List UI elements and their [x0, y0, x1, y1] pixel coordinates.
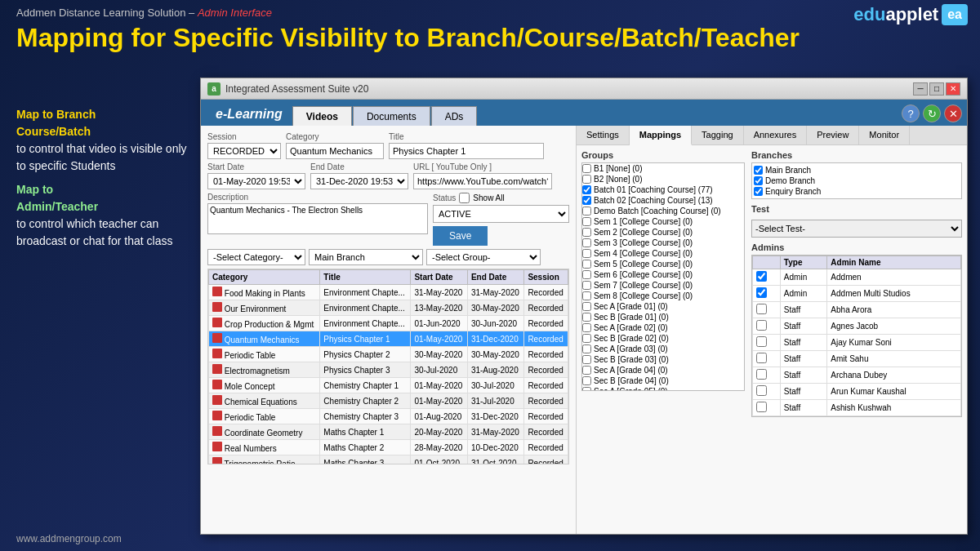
- test-select[interactable]: -Select Test-: [751, 220, 962, 238]
- admin-checkbox[interactable]: [756, 353, 767, 363]
- video-table-container: Category Title Start Date End Date Sessi…: [207, 269, 569, 464]
- admin-checkbox[interactable]: [756, 369, 767, 380]
- table-row[interactable]: Chemical Equations Chemistry Chapter 2 0…: [209, 393, 568, 409]
- group-checkbox[interactable]: [582, 291, 591, 300]
- branch-checkbox[interactable]: [754, 176, 763, 185]
- maximize-button[interactable]: □: [929, 82, 944, 96]
- group-checkbox[interactable]: [582, 260, 591, 269]
- session-select[interactable]: RECORDED: [207, 143, 281, 159]
- end-date-select[interactable]: 31-Dec-2020 19:53: [310, 173, 408, 189]
- group-label: Sec B [Grade 04] (0): [594, 376, 669, 385]
- tab-ads[interactable]: ADs: [431, 106, 478, 126]
- admins-label: Admins: [751, 242, 962, 252]
- cell-category: Chemical Equations: [209, 393, 320, 409]
- group-label: Batch 02 [Coaching Course] (13): [594, 196, 713, 205]
- cell-title: Environment Chapte...: [320, 285, 411, 300]
- branch-checkbox[interactable]: [754, 166, 763, 175]
- table-row[interactable]: Electromagnetism Physics Chapter 3 30-Ju…: [209, 362, 568, 378]
- filter-group-select[interactable]: -Select Group-: [426, 249, 541, 265]
- settings-tab-preview[interactable]: Preview: [807, 126, 859, 144]
- admin-checkbox[interactable]: [756, 402, 767, 412]
- group-checkbox[interactable]: [582, 207, 591, 216]
- admin-checkbox[interactable]: [756, 271, 767, 282]
- branch-checkbox[interactable]: [754, 187, 763, 196]
- admin-name: Addmen Multi Studios: [827, 286, 961, 302]
- group-checkbox[interactable]: [582, 302, 591, 311]
- group-checkbox[interactable]: [582, 376, 591, 385]
- group-label: B2 [None] (0): [594, 175, 642, 184]
- settings-tab-tagging[interactable]: Tagging: [692, 126, 744, 144]
- group-checkbox[interactable]: [582, 323, 591, 332]
- minimize-button[interactable]: ─: [913, 82, 928, 96]
- table-row[interactable]: Periodic Table Physics Chapter 2 30-May-…: [209, 347, 568, 362]
- group-checkbox[interactable]: [582, 228, 591, 237]
- table-row[interactable]: Real Numbers Maths Chapter 2 28-May-2020…: [209, 440, 568, 455]
- group-checkbox[interactable]: [582, 270, 591, 279]
- url-group: URL [ YouTube Only ]: [413, 162, 552, 189]
- group-checkbox[interactable]: [582, 387, 591, 391]
- row-icon: [212, 364, 222, 374]
- admin-checkbox[interactable]: [756, 287, 767, 298]
- table-row[interactable]: Coordinate Geometry Maths Chapter 1 20-M…: [209, 424, 568, 440]
- group-checkbox[interactable]: [582, 185, 591, 194]
- close-button[interactable]: ✕: [946, 82, 960, 96]
- settings-tab-annexures[interactable]: Annexures: [744, 126, 808, 144]
- group-checkbox[interactable]: [582, 355, 591, 364]
- row-icon: [212, 457, 222, 464]
- admin-checkbox[interactable]: [756, 336, 767, 347]
- admin-checkbox[interactable]: [756, 385, 767, 396]
- settings-tab-settings[interactable]: Settings: [577, 126, 630, 144]
- table-row[interactable]: Trigonometric Ratio Maths Chapter 3 01-O…: [209, 455, 568, 465]
- tab-videos[interactable]: Videos: [292, 106, 352, 126]
- cell-end: 10-Dec-2020: [467, 440, 524, 455]
- group-checkbox[interactable]: [582, 217, 591, 226]
- group-label: Batch 01 [Coaching Course] (77): [594, 185, 713, 194]
- group-checkbox[interactable]: [582, 238, 591, 247]
- group-checkbox[interactable]: [582, 164, 591, 173]
- url-input[interactable]: [413, 173, 552, 189]
- group-item: Sem 8 [College Course] (0): [582, 291, 744, 301]
- table-row[interactable]: Our Environment Environment Chapte... 13…: [209, 300, 568, 316]
- admin-checkbox[interactable]: [756, 320, 767, 331]
- admin-name: Addmen: [827, 269, 961, 286]
- cell-title: Maths Chapter 1: [320, 424, 411, 440]
- desc-textarea[interactable]: Quantum Mechanics - The Electron Shells: [207, 203, 428, 234]
- table-row[interactable]: Food Making in Plants Environment Chapte…: [209, 285, 568, 300]
- tab-documents[interactable]: Documents: [353, 106, 430, 126]
- cell-start: 01-Oct-2020: [411, 455, 468, 465]
- group-checkbox[interactable]: [582, 175, 591, 184]
- top-label: Addmen Distance Learning Solution –: [16, 7, 194, 19]
- close-app-icon[interactable]: ✕: [944, 104, 962, 122]
- table-row[interactable]: Crop Production & Mgmt Environment Chapt…: [209, 316, 568, 331]
- group-checkbox[interactable]: [582, 281, 591, 290]
- settings-tab-monitor[interactable]: Monitor: [859, 126, 910, 144]
- group-checkbox[interactable]: [582, 196, 591, 205]
- table-row[interactable]: Quantum Mechanics Physics Chapter 1 01-M…: [209, 331, 568, 347]
- group-item: Sec A [Grade 03] (0): [582, 344, 744, 354]
- show-all-checkbox[interactable]: [459, 193, 470, 203]
- group-label: Sec B [Grade 02] (0): [594, 334, 669, 343]
- filter-category-select[interactable]: -Select Category-: [207, 249, 305, 265]
- admin-checkbox[interactable]: [756, 304, 767, 314]
- title-input[interactable]: [389, 143, 544, 159]
- refresh-icon[interactable]: ↻: [923, 104, 941, 122]
- group-checkbox[interactable]: [582, 334, 591, 343]
- group-checkbox[interactable]: [582, 366, 591, 375]
- cell-title: Environment Chapte...: [320, 300, 411, 316]
- group-checkbox[interactable]: [582, 249, 591, 258]
- group-checkbox[interactable]: [582, 344, 591, 353]
- category-input[interactable]: [286, 143, 384, 159]
- group-checkbox[interactable]: [582, 313, 591, 322]
- table-row[interactable]: Periodic Table Chemistry Chapter 3 01-Au…: [209, 409, 568, 424]
- status-select[interactable]: ACTIVE: [433, 205, 569, 223]
- settings-tab-mappings[interactable]: Mappings: [630, 126, 692, 145]
- cell-session: Recorded: [524, 347, 568, 362]
- start-date-select[interactable]: 01-May-2020 19:53: [207, 173, 305, 189]
- admins-table: Type Admin Name Admin Addmen Admin Addme…: [752, 256, 961, 416]
- branches-label: Branches: [751, 150, 962, 160]
- branch-label: Demo Branch: [765, 176, 815, 185]
- help-icon[interactable]: ?: [902, 104, 920, 122]
- save-button[interactable]: Save: [433, 226, 488, 246]
- table-row[interactable]: Mole Concept Chemistry Chapter 1 01-May-…: [209, 378, 568, 393]
- filter-branch-select[interactable]: Main Branch: [309, 249, 423, 265]
